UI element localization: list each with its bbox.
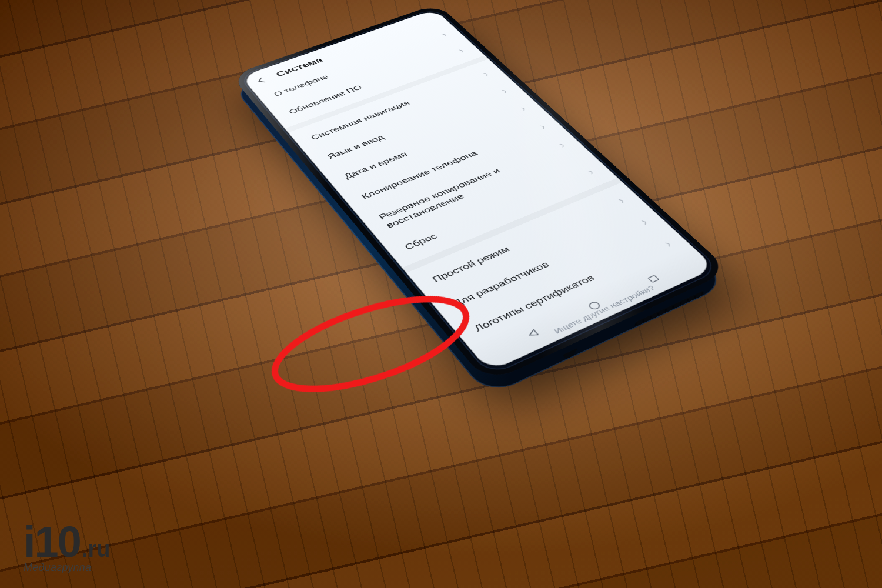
chevron-right-icon: › [455,46,467,55]
chevron-right-icon: › [660,238,675,250]
chevron-right-icon: › [438,30,449,39]
chevron-right-icon: › [536,121,549,132]
settings-item-simple-mode[interactable]: Простой режим › [422,185,644,293]
watermark: i10.ru Медиагруппа [24,524,110,574]
settings-item-label: Логотипы сертификатов [472,273,597,333]
chevron-right-icon: › [583,166,597,177]
settings-item-label: Сброс [403,232,440,252]
chevron-right-icon: › [636,216,652,228]
watermark-tld: .ru [82,537,111,562]
watermark-brand: i10 [24,517,81,566]
svg-marker-0 [527,330,538,338]
chevron-right-icon: › [614,195,629,206]
nav-recent-icon[interactable] [641,270,666,288]
settings-item-label: Для разработчиков [450,260,552,309]
svg-rect-2 [648,275,659,282]
section-divider [402,178,623,273]
chevron-right-icon: › [497,86,510,96]
svg-point-1 [588,301,602,310]
back-arrow-icon[interactable] [252,75,271,86]
watermark-subtitle: Медиагруппа [24,562,110,574]
chevron-right-icon: › [480,69,492,78]
settings-item-developer-options[interactable]: Для разработчиков › [442,206,667,318]
chevron-right-icon: › [516,103,529,113]
nav-home-icon[interactable] [582,297,607,315]
settings-item-label: Простой режим [430,245,512,285]
settings-item-reset[interactable]: Сброс › [394,157,613,260]
smartphone: Система О телефоне › Обновление ПО › Сис… [230,4,730,383]
scene: Система О телефоне › Обновление ПО › Сис… [0,0,882,588]
nav-back-icon[interactable] [520,324,546,342]
